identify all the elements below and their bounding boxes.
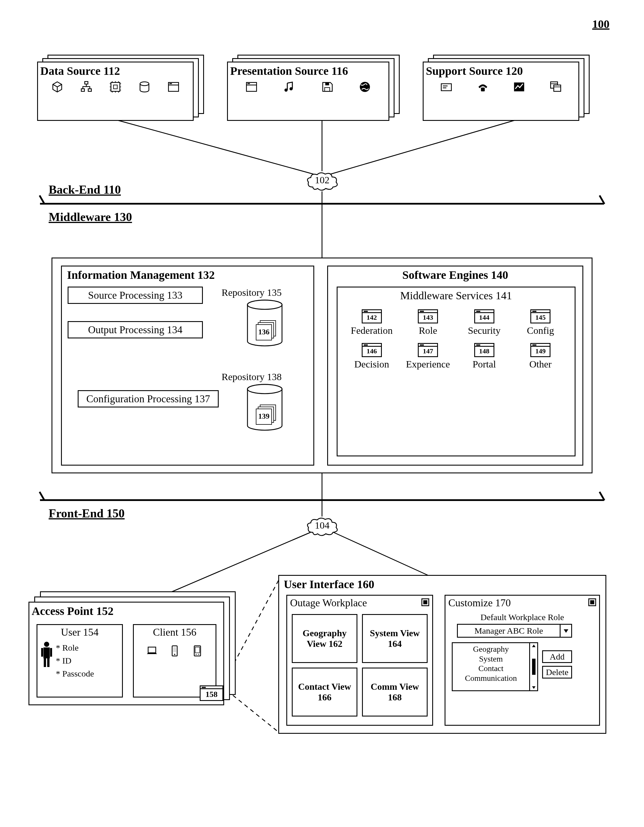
- list-item[interactable]: Contact: [455, 663, 527, 673]
- mail-icon: [440, 81, 453, 94]
- svg-rect-56: [590, 600, 594, 604]
- diagram-canvas: Data Source 112 Presentation Source 116 …: [20, 11, 624, 817]
- middleware-label: Middleware 130: [48, 210, 132, 224]
- phone-device-icon: [168, 644, 181, 658]
- presentation-source-stack: Presentation Source 116: [227, 55, 400, 121]
- scroll-down-icon[interactable]: [532, 685, 536, 690]
- support-source-icons: [424, 78, 579, 99]
- config-processing-box: Configuration Processing 137: [78, 390, 219, 407]
- user-attr: * Passcode: [56, 667, 94, 680]
- outage-view[interactable]: Geography View 162: [292, 614, 357, 663]
- window-icon: [167, 81, 180, 94]
- cloud-104-label: 104: [315, 520, 329, 531]
- role-dropdown[interactable]: Manager ABC Role: [457, 624, 572, 638]
- repo-138-cylinder: 139: [246, 384, 284, 432]
- access-point-title: Access Point 152: [30, 602, 223, 618]
- repo-138-item: 139: [256, 409, 272, 425]
- svg-line-0: [118, 120, 313, 174]
- dropdown-arrow-icon[interactable]: [560, 625, 571, 637]
- svg-line-2: [331, 120, 515, 174]
- svg-line-6: [334, 532, 429, 576]
- service-item: 143 Role: [401, 309, 455, 336]
- svg-rect-44: [47, 658, 50, 667]
- add-button[interactable]: Add: [542, 650, 572, 663]
- svg-rect-26: [441, 84, 452, 91]
- svg-rect-13: [113, 85, 117, 89]
- globe-icon: [359, 81, 371, 94]
- svg-point-25: [360, 82, 370, 92]
- list-item[interactable]: System: [455, 654, 527, 664]
- info-mgmt-box: Information Management 132 Source Proces…: [61, 265, 314, 466]
- svg-rect-9: [84, 81, 88, 84]
- window-icon: [245, 81, 258, 94]
- svg-point-39: [44, 642, 49, 647]
- svg-rect-42: [50, 648, 52, 657]
- disk-icon: [321, 81, 334, 94]
- scroll-thumb[interactable]: [532, 658, 535, 675]
- info-mgmt-title: Information Management 132: [62, 267, 313, 282]
- windows-icon: [549, 81, 562, 94]
- svg-rect-17: [170, 83, 172, 84]
- window-control-icon[interactable]: [588, 598, 596, 607]
- person-icon: [40, 641, 53, 669]
- svg-point-22: [290, 87, 293, 91]
- svg-rect-20: [247, 83, 250, 84]
- source-processing-box: Source Processing 133: [68, 287, 203, 304]
- service-item: 149 Other: [514, 343, 568, 370]
- engines-title: Software Engines 140: [328, 267, 582, 282]
- outage-view[interactable]: Contact View 166: [292, 668, 357, 716]
- list-item[interactable]: Communication: [455, 673, 527, 683]
- data-source-icons: [38, 78, 193, 99]
- views-listbox[interactable]: GeographySystemContactCommunication: [452, 642, 538, 691]
- svg-point-36: [248, 300, 282, 309]
- service-item: 148 Portal: [457, 343, 511, 370]
- svg-point-51: [196, 654, 196, 655]
- chart-icon: [513, 81, 525, 94]
- repo-135-item: 136: [256, 324, 272, 340]
- data-source-stack: Data Source 112: [37, 55, 204, 121]
- laptop-icon: [146, 644, 158, 658]
- list-item[interactable]: Geography: [455, 644, 527, 654]
- middleware-services-box: Middleware Services 141 142 Federation 1…: [337, 287, 575, 456]
- outage-window: Outage Workplace Geography View 162Syste…: [286, 595, 433, 726]
- svg-point-21: [285, 89, 288, 92]
- support-source-title: Support Source 120: [424, 62, 579, 78]
- scroll-up-icon[interactable]: [532, 644, 536, 648]
- svg-rect-23: [324, 87, 330, 91]
- network-icon: [80, 81, 93, 94]
- service-item: 142 Federation: [345, 309, 399, 336]
- svg-point-14: [140, 82, 149, 86]
- svg-rect-43: [44, 658, 46, 667]
- services-label: Middleware Services 141: [338, 287, 575, 304]
- user-title: User 154: [37, 625, 122, 640]
- window-control-icon[interactable]: [421, 598, 429, 607]
- svg-rect-47: [173, 647, 176, 652]
- svg-point-52: [198, 654, 199, 655]
- presentation-source-title: Presentation Source 116: [228, 62, 388, 78]
- ui-title: User Interface 160: [279, 576, 605, 591]
- svg-rect-10: [81, 89, 84, 92]
- outage-view[interactable]: System View 164: [362, 614, 427, 663]
- svg-rect-40: [44, 648, 50, 658]
- delete-button[interactable]: Delete: [542, 666, 572, 679]
- svg-point-48: [174, 654, 175, 655]
- default-role-label: Default Workplace Role: [452, 612, 593, 622]
- engines-box: Software Engines 140 Middleware Services…: [327, 265, 583, 466]
- svg-rect-45: [148, 647, 156, 653]
- user-attr: * Role: [56, 641, 94, 654]
- user-interface-box: User Interface 160 Outage Workplace Geog…: [278, 575, 606, 734]
- svg-rect-12: [111, 83, 120, 92]
- backend-divider: [40, 203, 604, 204]
- repo-135-label: Repository 135: [221, 287, 282, 298]
- client-window-158: 158: [200, 685, 223, 701]
- svg-rect-41: [41, 648, 43, 657]
- support-source-stack: Support Source 120: [423, 55, 589, 121]
- service-item: 144 Security: [457, 309, 511, 336]
- svg-rect-50: [195, 647, 200, 653]
- access-point-stack: Access Point 152 User 154 * Role* ID* Pa…: [28, 591, 242, 705]
- user-attr: * ID: [56, 654, 94, 667]
- cloud-104: 104: [306, 516, 339, 537]
- cloud-102: 102: [306, 171, 339, 191]
- outage-view[interactable]: Comm View 168: [362, 668, 427, 716]
- data-source-title: Data Source 112: [38, 62, 193, 78]
